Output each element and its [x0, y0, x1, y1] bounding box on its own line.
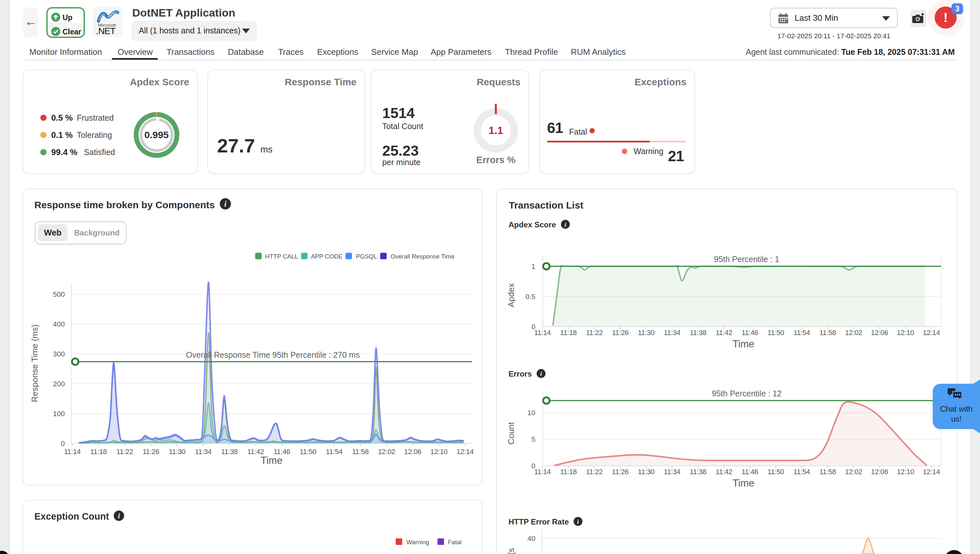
svg-text:11:30: 11:30 [638, 329, 655, 337]
svg-text:11:34: 11:34 [664, 329, 681, 337]
svg-text:11:58: 11:58 [819, 329, 836, 337]
svg-text:Apdex: Apdex [506, 283, 516, 307]
svg-text:11:22: 11:22 [586, 468, 603, 476]
svg-text:i: i [118, 512, 120, 520]
svg-text:11:30: 11:30 [638, 468, 655, 476]
svg-text:40: 40 [528, 535, 535, 543]
svg-text:11:50: 11:50 [767, 468, 784, 476]
svg-text:12:06: 12:06 [871, 468, 888, 476]
svg-text:12:10: 12:10 [897, 468, 914, 476]
svg-text:11:38: 11:38 [690, 329, 706, 337]
svg-text:0.5: 0.5 [525, 292, 535, 301]
svg-text:12:14: 12:14 [923, 329, 940, 337]
svg-text:12:14: 12:14 [923, 468, 940, 476]
svg-text:11:26: 11:26 [612, 468, 629, 476]
svg-text:Fatal: Fatal [448, 539, 461, 546]
svg-text:11:46: 11:46 [741, 468, 758, 476]
svg-text:12:02: 12:02 [845, 468, 862, 476]
svg-text:Time: Time [732, 477, 754, 489]
svg-text:11:42: 11:42 [716, 468, 732, 476]
svg-text:12:02: 12:02 [845, 329, 862, 337]
svg-text:Count: Count [506, 422, 516, 445]
svg-text:11:54: 11:54 [793, 468, 810, 476]
svg-text:11:22: 11:22 [586, 329, 603, 337]
svg-text:11:34: 11:34 [664, 468, 681, 476]
svg-text:11:58: 11:58 [819, 468, 836, 476]
svg-text:11:14: 11:14 [534, 329, 551, 337]
svg-text:5: 5 [531, 435, 535, 444]
svg-text:Warning: Warning [406, 539, 429, 546]
svg-text:1: 1 [531, 262, 535, 270]
svg-text:11:54: 11:54 [793, 329, 810, 337]
svg-text:95th Percentile : 12: 95th Percentile : 12 [712, 389, 781, 398]
svg-text:(s: (s [506, 548, 516, 554]
svg-text:Time: Time [732, 338, 754, 350]
svg-text:11:26: 11:26 [612, 329, 629, 337]
svg-text:11:42: 11:42 [716, 329, 732, 337]
svg-text:11:18: 11:18 [560, 468, 577, 476]
svg-text:11:50: 11:50 [767, 329, 784, 337]
svg-text:11:46: 11:46 [741, 329, 758, 337]
svg-text:12:06: 12:06 [871, 329, 888, 337]
svg-text:95th Percentile : 1: 95th Percentile : 1 [714, 255, 780, 264]
svg-text:11:14: 11:14 [534, 468, 551, 476]
svg-text:11:18: 11:18 [560, 329, 577, 337]
svg-text:11:38: 11:38 [690, 468, 706, 476]
svg-text:12:10: 12:10 [897, 329, 914, 337]
svg-text:10: 10 [528, 409, 535, 417]
